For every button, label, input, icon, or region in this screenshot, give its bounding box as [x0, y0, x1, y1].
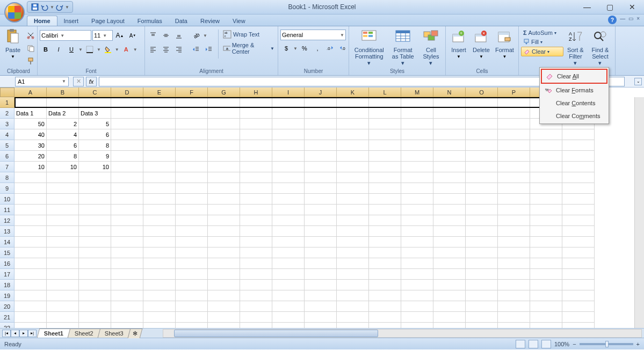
cell[interactable] — [305, 183, 337, 194]
redo-icon[interactable] — [55, 3, 64, 11]
cell[interactable] — [433, 119, 466, 129]
row-header[interactable]: 3 — [0, 119, 15, 129]
cell[interactable] — [562, 323, 595, 328]
cell[interactable] — [337, 237, 369, 247]
cell[interactable] — [176, 129, 208, 140]
merge-center-button[interactable]: aMerge & Center▼ — [222, 41, 276, 55]
row-header[interactable]: 12 — [0, 215, 15, 226]
cell[interactable] — [111, 162, 143, 172]
format-cells-button[interactable]: Format▼ — [493, 27, 516, 60]
cell[interactable] — [562, 194, 595, 205]
cell[interactable] — [143, 108, 176, 119]
cell[interactable] — [176, 301, 208, 312]
cell[interactable] — [337, 247, 369, 258]
cell[interactable] — [143, 290, 176, 301]
cell[interactable] — [433, 129, 466, 140]
autosum-button[interactable]: ΣAutoSum▾ — [521, 28, 563, 37]
row-header[interactable]: 10 — [0, 194, 15, 205]
cell[interactable] — [401, 290, 433, 301]
cell[interactable] — [143, 97, 176, 108]
align-top-icon[interactable] — [147, 30, 159, 41]
row-header[interactable]: 20 — [0, 301, 15, 312]
column-header[interactable]: A — [15, 88, 47, 97]
zoom-slider[interactable] — [580, 343, 633, 345]
cell[interactable] — [305, 108, 337, 119]
column-header[interactable]: F — [176, 88, 208, 97]
column-header[interactable]: C — [79, 88, 111, 97]
cell[interactable] — [240, 172, 272, 183]
cell[interactable] — [369, 108, 401, 119]
cell[interactable] — [15, 194, 47, 205]
cell[interactable] — [369, 226, 401, 237]
cell[interactable] — [15, 301, 47, 312]
cell[interactable] — [369, 301, 401, 312]
cell[interactable] — [530, 280, 562, 290]
cell[interactable] — [466, 205, 498, 215]
minimize-ribbon-icon[interactable]: — — [620, 16, 625, 24]
cell[interactable] — [401, 97, 433, 108]
undo-icon[interactable] — [40, 3, 49, 11]
cell[interactable] — [176, 162, 208, 172]
cell[interactable] — [79, 215, 111, 226]
cell[interactable] — [530, 151, 562, 162]
cell[interactable] — [15, 323, 47, 328]
vertical-scrollbar[interactable] — [634, 97, 644, 328]
cell[interactable] — [208, 172, 240, 183]
cell[interactable] — [111, 205, 143, 215]
cell[interactable] — [208, 290, 240, 301]
cell[interactable] — [79, 290, 111, 301]
tab-data[interactable]: Data — [169, 16, 194, 26]
cell[interactable]: 10 — [47, 162, 79, 172]
cell[interactable] — [433, 151, 466, 162]
cell[interactable] — [272, 119, 305, 129]
cell[interactable] — [305, 280, 337, 290]
horizontal-scrollbar[interactable] — [163, 329, 642, 338]
row-header[interactable]: 7 — [0, 162, 15, 172]
cell[interactable] — [369, 258, 401, 269]
decrease-indent-icon[interactable] — [190, 43, 202, 55]
cell[interactable] — [401, 226, 433, 237]
page-layout-view-icon[interactable] — [529, 340, 538, 348]
zoom-in-icon[interactable]: + — [636, 341, 640, 347]
cell[interactable] — [305, 205, 337, 215]
cell[interactable] — [401, 301, 433, 312]
cell[interactable] — [176, 280, 208, 290]
cell[interactable] — [498, 151, 530, 162]
cell[interactable] — [15, 290, 47, 301]
cell[interactable] — [401, 312, 433, 323]
cell[interactable] — [111, 247, 143, 258]
cell[interactable] — [498, 258, 530, 269]
conditional-formatting-button[interactable]: ConditionalFormatting ▾ — [351, 27, 387, 67]
cell[interactable] — [176, 205, 208, 215]
cell[interactable] — [79, 226, 111, 237]
cell[interactable] — [530, 301, 562, 312]
cell[interactable] — [143, 258, 176, 269]
cell[interactable] — [530, 323, 562, 328]
row-header[interactable]: 11 — [0, 205, 15, 215]
cell[interactable] — [466, 237, 498, 247]
cell[interactable] — [208, 215, 240, 226]
clear-comments-item[interactable]: Clear Comments — [541, 110, 607, 122]
cell[interactable] — [498, 237, 530, 247]
tab-view[interactable]: View — [226, 16, 252, 26]
cell[interactable] — [466, 172, 498, 183]
row-header[interactable]: 19 — [0, 290, 15, 301]
row-header[interactable]: 16 — [0, 258, 15, 269]
cell[interactable] — [433, 108, 466, 119]
cell[interactable] — [466, 323, 498, 328]
cell[interactable] — [401, 129, 433, 140]
cell[interactable] — [337, 290, 369, 301]
cell[interactable] — [208, 140, 240, 151]
cell[interactable] — [111, 237, 143, 247]
cell[interactable] — [498, 280, 530, 290]
cell[interactable] — [272, 205, 305, 215]
cell[interactable] — [369, 247, 401, 258]
cell[interactable] — [240, 97, 272, 108]
cell[interactable] — [208, 194, 240, 205]
cell[interactable] — [79, 247, 111, 258]
cell[interactable] — [530, 183, 562, 194]
cut-icon[interactable] — [25, 30, 37, 41]
new-sheet-tab[interactable]: ✻ — [127, 329, 142, 338]
cell[interactable] — [143, 172, 176, 183]
cell[interactable] — [47, 183, 79, 194]
